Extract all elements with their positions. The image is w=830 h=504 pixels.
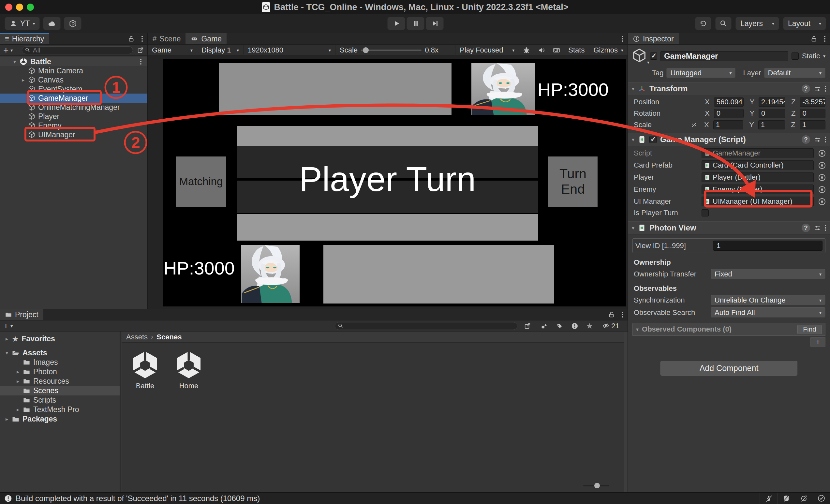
project-search-input[interactable] [346, 322, 514, 330]
debugger-detached-icon[interactable] [760, 493, 777, 504]
component-enabled-checkbox[interactable] [649, 136, 657, 143]
breadcrumb-root[interactable]: Assets [126, 333, 148, 341]
lock-icon[interactable] [128, 35, 135, 42]
presets-icon[interactable] [814, 85, 821, 93]
hierarchy-item[interactable]: ▸ Canvas [0, 75, 147, 85]
caret-right-icon[interactable]: ▸ [13, 369, 23, 375]
lock-icon[interactable] [608, 311, 615, 318]
panel-menu-icon[interactable] [622, 314, 623, 315]
find-button[interactable]: Find [797, 325, 822, 334]
static-dropdown-icon[interactable]: ▾ [823, 54, 825, 59]
help-icon[interactable]: ? [802, 224, 810, 232]
asset-item-home[interactable]: Home [169, 350, 208, 390]
hierarchy-item[interactable]: UIManager [0, 130, 147, 139]
auto-refresh-disabled-icon[interactable] [795, 493, 812, 504]
player-field[interactable]: Player (Battler) [702, 172, 814, 182]
hierarchy-search[interactable] [22, 46, 133, 54]
layer-dropdown[interactable]: Default▾ [764, 68, 825, 78]
component-menu-icon[interactable] [825, 139, 826, 140]
object-picker-icon[interactable] [819, 162, 825, 169]
add-observed-button[interactable]: + [810, 338, 825, 347]
status-message[interactable]: Build completed with a result of 'Succee… [15, 494, 760, 503]
pause-button[interactable] [407, 17, 424, 30]
caret-down-icon[interactable]: ▾ [2, 350, 12, 356]
scale-z-field[interactable]: 1 [800, 120, 825, 129]
version-control-button[interactable] [64, 17, 82, 30]
hierarchy-item-selected[interactable]: GameManager [0, 94, 147, 103]
pick-asset-icon[interactable] [519, 320, 536, 332]
component-menu-icon[interactable] [825, 227, 826, 228]
caret-right-icon[interactable]: ▸ [2, 416, 12, 422]
layout-dropdown[interactable]: Layout ▾ [783, 17, 826, 30]
rotation-y-field[interactable]: 0 [759, 109, 785, 118]
debug-bug-button[interactable] [519, 45, 534, 56]
lock-icon[interactable] [810, 35, 818, 42]
caret-down-icon[interactable]: ▾ [10, 59, 20, 65]
active-checkbox[interactable] [650, 53, 657, 60]
hierarchy-search-input[interactable] [33, 46, 130, 54]
caret-down-icon[interactable]: ▾ [632, 225, 634, 231]
chevron-down-icon[interactable]: ▾ [10, 48, 13, 53]
search-button[interactable] [715, 17, 732, 30]
create-asset-button[interactable]: + [3, 321, 8, 330]
play-button[interactable] [387, 17, 405, 30]
icon-size-slider-thumb[interactable] [594, 483, 600, 489]
gameobject-name-field[interactable] [661, 51, 788, 61]
tag-dropdown[interactable]: Untagged▾ [666, 68, 735, 78]
position-z-field[interactable]: -3.5257 [800, 97, 825, 106]
scale-x-field[interactable]: 1 [713, 120, 743, 129]
card-prefab-field[interactable]: Card (Card Controller) [702, 160, 814, 170]
hierarchy-item[interactable]: Player [0, 112, 147, 121]
caret-right-icon[interactable]: ▸ [2, 336, 12, 342]
view-id-input[interactable] [713, 241, 823, 251]
project-tree-item[interactable]: ▸ Packages [0, 414, 120, 424]
add-component-button[interactable]: Add Component [661, 361, 797, 376]
scale-slider-thumb[interactable] [363, 47, 369, 53]
hierarchy-item[interactable]: OnlineMatchingManager [0, 103, 147, 112]
position-y-field[interactable]: 2.19454 [759, 97, 785, 106]
tab-project[interactable]: Project [0, 309, 43, 320]
undo-history-button[interactable] [695, 17, 711, 30]
observed-components-header[interactable]: ▾ Observed Components (0) Find [633, 323, 825, 336]
component-menu-icon[interactable] [825, 88, 826, 89]
gizmos-dropdown[interactable]: Gizmos▾ [589, 45, 628, 56]
rotation-x-field[interactable]: 0 [714, 109, 744, 118]
observable-search-dropdown[interactable]: Auto Find All▾ [711, 308, 825, 317]
project-tree-item-selected[interactable]: Scenes [0, 386, 120, 396]
project-tree-item[interactable]: ▸ ★ Favorites [0, 334, 120, 344]
create-object-button[interactable]: + [3, 45, 8, 55]
tab-hierarchy[interactable]: ≡ Hierarchy [0, 33, 49, 44]
hierarchy-item[interactable]: Enemy [0, 121, 147, 130]
cloud-services-button[interactable] [43, 17, 61, 30]
photon-view-header[interactable]: ▾ Photon View ? [628, 221, 830, 234]
transform-header[interactable]: ▾ Transform ? [628, 82, 830, 95]
help-icon[interactable]: ? [802, 135, 810, 144]
position-x-field[interactable]: 560.094 [714, 97, 744, 106]
display-target-dropdown[interactable]: Game▾ [148, 45, 197, 56]
layers-dropdown[interactable]: Layers ▾ [735, 17, 779, 30]
tab-scene[interactable]: # Scene [148, 33, 186, 44]
play-mode-dropdown[interactable]: Play Focused▾ [455, 45, 519, 56]
presets-icon[interactable] [814, 136, 821, 144]
panel-menu-icon[interactable] [622, 38, 623, 39]
object-picker-icon[interactable] [819, 150, 825, 157]
script-object-field[interactable]: GameManager [702, 148, 814, 158]
project-tree-item[interactable]: ▸ Photon [0, 367, 120, 377]
project-search[interactable] [335, 322, 517, 330]
display-dropdown[interactable]: Display 1▾ [197, 45, 244, 56]
resolution-dropdown[interactable]: 1920x1080▾ [244, 45, 336, 56]
scale-slider[interactable] [361, 50, 421, 51]
caret-right-icon[interactable]: ▸ [13, 378, 23, 384]
turn-end-button[interactable]: Turn End [548, 156, 598, 207]
chevron-down-icon[interactable]: ▾ [10, 323, 13, 328]
caret-right-icon[interactable]: ▸ [13, 407, 23, 413]
vsync-keyboard-button[interactable] [549, 45, 564, 56]
tab-game[interactable]: Game [186, 33, 227, 44]
enemy-field[interactable]: Enemy (Battler) [702, 185, 814, 194]
step-button[interactable] [426, 17, 444, 30]
scene-row-battle[interactable]: ▾ Battle [0, 57, 147, 66]
close-window-button[interactable] [5, 4, 12, 11]
panel-menu-icon[interactable] [141, 38, 143, 39]
search-by-type-icon[interactable] [536, 320, 552, 332]
stats-button[interactable]: Stats [564, 45, 589, 56]
